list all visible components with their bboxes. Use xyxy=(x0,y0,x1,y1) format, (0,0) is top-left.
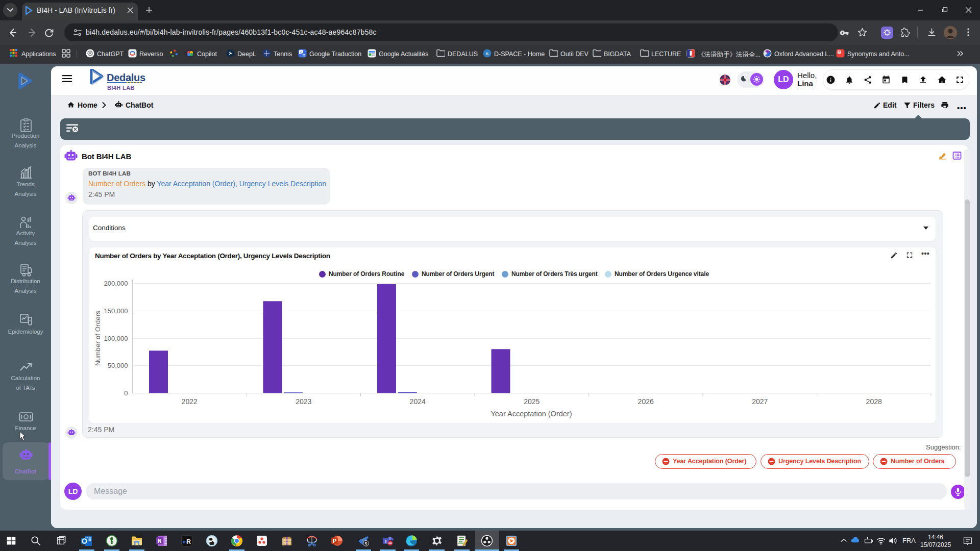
svg-text:200,000: 200,000 xyxy=(104,280,128,287)
svg-text:0: 0 xyxy=(124,389,128,397)
svg-text:P: P xyxy=(333,538,336,544)
svg-text:2023: 2023 xyxy=(296,397,311,406)
svg-text:100,000: 100,000 xyxy=(104,335,128,342)
svg-text:5: 5 xyxy=(364,541,367,546)
svg-text:2025: 2025 xyxy=(524,397,540,406)
svg-text:2026: 2026 xyxy=(638,397,654,406)
svg-text:2027: 2027 xyxy=(752,397,768,406)
svg-text:Year Acceptation (Order): Year Acceptation (Order) xyxy=(491,410,572,418)
svg-text:150,000: 150,000 xyxy=(104,307,128,315)
svg-text:2028: 2028 xyxy=(866,397,882,406)
svg-text:50,000: 50,000 xyxy=(108,362,128,369)
svg-text:2022: 2022 xyxy=(182,397,198,406)
svg-text:N: N xyxy=(158,538,161,544)
svg-text:T: T xyxy=(384,539,387,544)
svg-text:Number of Orders: Number of Orders xyxy=(94,311,102,366)
svg-text:R: R xyxy=(186,538,191,545)
svg-text:2024: 2024 xyxy=(410,397,426,406)
